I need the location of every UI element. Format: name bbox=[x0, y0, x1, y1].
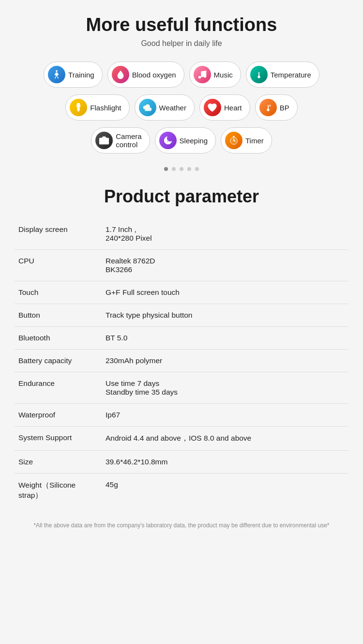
pill-timer: Timer bbox=[221, 127, 272, 153]
param-label: Weight（Silicone strap） bbox=[15, 474, 102, 508]
svg-point-3 bbox=[203, 75, 206, 78]
param-table: Display screen 1.7 Inch ,240*280 Pixel C… bbox=[15, 218, 348, 507]
table-row: CPU Realtek 8762DBK3266 bbox=[15, 250, 348, 281]
dot-5 bbox=[195, 167, 199, 171]
pill-weather: Weather bbox=[135, 94, 195, 121]
temperature-icon bbox=[250, 66, 268, 83]
table-row: Touch G+F Full screen touch bbox=[15, 281, 348, 304]
sleeping-icon: z bbox=[159, 132, 177, 149]
param-label: Size bbox=[15, 451, 102, 474]
music-label: Music bbox=[214, 71, 233, 79]
blood-oxygen-icon: O₂ bbox=[112, 66, 129, 83]
features-row-1: Training O₂ Blood oxygen bbox=[44, 61, 319, 88]
param-label: Battery capacity bbox=[15, 350, 102, 372]
svg-point-5 bbox=[77, 110, 79, 112]
dot-4 bbox=[187, 167, 191, 171]
music-icon bbox=[194, 66, 211, 83]
heart-icon bbox=[204, 99, 221, 116]
table-row: Display screen 1.7 Inch ,240*280 Pixel bbox=[15, 218, 348, 250]
table-row: System Support Android 4.4 and above，IOS… bbox=[15, 427, 348, 451]
features-section: Training O₂ Blood oxygen bbox=[15, 61, 348, 153]
svg-text:z: z bbox=[167, 138, 169, 143]
dot-1 bbox=[164, 167, 168, 171]
blood-oxygen-label: Blood oxygen bbox=[132, 71, 176, 79]
features-row-2: Flashlight Weather Hea bbox=[65, 94, 297, 121]
param-label: Bluetooth bbox=[15, 327, 102, 350]
heart-label: Heart bbox=[224, 104, 242, 112]
param-value: Use time 7 daysStandby time 35 days bbox=[102, 372, 348, 404]
pill-heart: Heart bbox=[199, 94, 250, 121]
bp-icon bbox=[259, 99, 277, 116]
training-icon bbox=[48, 66, 65, 83]
timer-icon bbox=[225, 132, 242, 149]
param-value: Android 4.4 and above，IOS 8.0 and above bbox=[102, 427, 348, 451]
param-value: 39.6*46.2*10.8mm bbox=[102, 451, 348, 474]
pill-music: Music bbox=[189, 61, 241, 88]
table-row: Battery capacity 230mAh polymer bbox=[15, 350, 348, 372]
page-subtitle: Good helper in daily life bbox=[15, 39, 348, 48]
table-row: Weight（Silicone strap） 45g bbox=[15, 474, 348, 508]
features-row-3: Cameracontrol z Sleeping bbox=[91, 127, 272, 153]
temperature-label: Temperature bbox=[271, 71, 311, 79]
camera-control-label: Cameracontrol bbox=[116, 132, 141, 149]
param-label: Button bbox=[15, 304, 102, 327]
param-value: 45g bbox=[102, 474, 348, 508]
pill-bp: BP bbox=[255, 94, 298, 121]
dot-2 bbox=[172, 167, 176, 171]
pill-blood-oxygen: O₂ Blood oxygen bbox=[107, 61, 184, 88]
weather-icon bbox=[139, 99, 156, 116]
sleeping-label: Sleeping bbox=[180, 137, 208, 145]
pill-flashlight: Flashlight bbox=[65, 94, 129, 121]
dot-3 bbox=[180, 167, 183, 171]
table-row: Bluetooth BT 5.0 bbox=[15, 327, 348, 350]
param-title: Product parameter bbox=[15, 186, 348, 207]
svg-point-0 bbox=[56, 70, 58, 72]
table-row: Endurance Use time 7 daysStandby time 35… bbox=[15, 372, 348, 404]
param-label: Touch bbox=[15, 281, 102, 304]
table-row: Size 39.6*46.2*10.8mm bbox=[15, 451, 348, 474]
footnote: *All the above data are from the company… bbox=[15, 522, 348, 529]
svg-text:O₂: O₂ bbox=[119, 74, 122, 77]
param-label: CPU bbox=[15, 250, 102, 281]
carousel-dots bbox=[15, 167, 348, 171]
timer-label: Timer bbox=[245, 137, 264, 145]
camera-control-icon bbox=[95, 132, 113, 149]
pill-temperature: Temperature bbox=[246, 61, 319, 88]
param-label: System Support bbox=[15, 427, 102, 451]
page-wrapper: More useful functions Good helper in dai… bbox=[0, 0, 363, 538]
page-title: More useful functions bbox=[15, 15, 348, 35]
svg-point-2 bbox=[198, 76, 201, 79]
param-value: G+F Full screen touch bbox=[102, 281, 348, 304]
svg-point-9 bbox=[103, 139, 106, 142]
training-label: Training bbox=[68, 71, 94, 79]
param-value: Track type physical button bbox=[102, 304, 348, 327]
param-label: Waterproof bbox=[15, 404, 102, 427]
bp-label: BP bbox=[280, 104, 289, 112]
param-value: 1.7 Inch ,240*280 Pixel bbox=[102, 218, 348, 250]
param-label: Display screen bbox=[15, 218, 102, 250]
param-value: BT 5.0 bbox=[102, 327, 348, 350]
pill-camera-control: Cameracontrol bbox=[91, 127, 150, 153]
param-value: Realtek 8762DBK3266 bbox=[102, 250, 348, 281]
table-row: Button Track type physical button bbox=[15, 304, 348, 327]
flashlight-label: Flashlight bbox=[90, 104, 121, 112]
pill-training: Training bbox=[44, 61, 103, 88]
weather-label: Weather bbox=[159, 104, 186, 112]
param-value: Ip67 bbox=[102, 404, 348, 427]
flashlight-icon bbox=[70, 99, 87, 116]
param-value: 230mAh polymer bbox=[102, 350, 348, 372]
param-label: Endurance bbox=[15, 372, 102, 404]
pill-sleeping: z Sleeping bbox=[155, 127, 216, 153]
table-row: Waterproof Ip67 bbox=[15, 404, 348, 427]
